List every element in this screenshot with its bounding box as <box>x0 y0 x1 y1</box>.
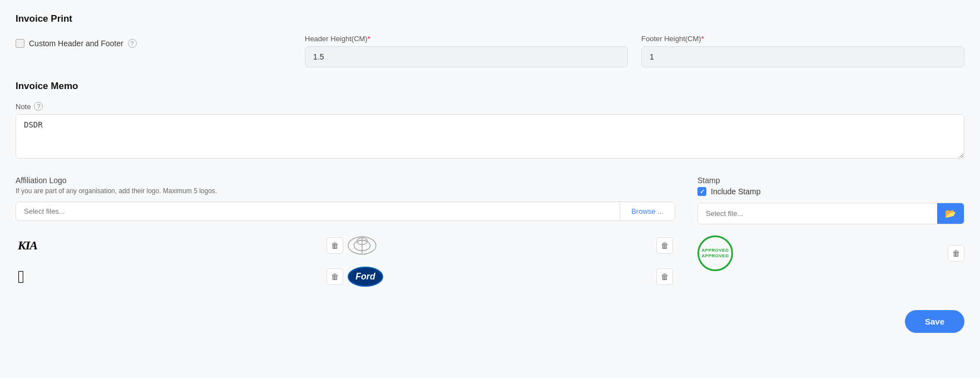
note-textarea[interactable]: DSDR <box>16 114 964 159</box>
stamp-file-input-row: 📂 <box>697 203 964 224</box>
affiliation-subtitle: If you are part of any organisation, add… <box>16 187 675 195</box>
select-file-input[interactable] <box>698 204 937 223</box>
apple-logo-icon:  <box>18 267 24 287</box>
stamp-browse-button[interactable]: 📂 <box>937 203 964 224</box>
select-files-input[interactable] <box>16 202 620 220</box>
top-section: Custom Header and Footer ? Header Height… <box>16 35 964 67</box>
toyota-delete-button[interactable]: 🗑 <box>656 237 673 254</box>
ford-delete-button[interactable]: 🗑 <box>656 268 673 285</box>
header-height-input[interactable] <box>305 46 628 67</box>
custom-header-checkbox[interactable] <box>16 39 24 48</box>
list-item: Ford 🗑 <box>345 261 675 292</box>
browse-button[interactable]: Browse ... <box>620 202 675 220</box>
stamp-title: Stamp <box>697 176 964 185</box>
affiliation-file-input-row: Browse ... <box>16 202 675 221</box>
list-item: 🗑 <box>345 230 675 261</box>
affiliation-title: Affiliation Logo <box>16 176 675 185</box>
height-fields-row: Header Height(CM)* Footer Height(CM)* <box>305 35 964 67</box>
apple-delete-button[interactable]: 🗑 <box>326 268 343 285</box>
header-height-group: Header Height(CM)* <box>305 35 628 67</box>
ford-logo-display: Ford <box>348 266 383 288</box>
save-button[interactable]: Save <box>905 310 964 333</box>
affiliation-area: Affiliation Logo If you are part of any … <box>16 176 675 292</box>
footer-height-group: Footer Height(CM)* <box>641 35 964 67</box>
toyota-logo-display <box>348 234 377 257</box>
save-btn-wrapper: Save <box>16 310 964 333</box>
invoice-memo-title: Invoice Memo <box>16 81 964 92</box>
kia-logo-icon: KIA <box>18 238 37 253</box>
header-height-label: Header Height(CM)* <box>305 35 628 43</box>
kia-logo-display: KIA <box>18 234 37 257</box>
note-label-row: Note ? <box>16 102 964 111</box>
stamp-include-row: Include Stamp <box>697 187 964 196</box>
bottom-section: Affiliation Logo If you are part of any … <box>16 176 964 292</box>
page-title: Invoice Print <box>16 13 964 24</box>
header-required-star: * <box>368 35 370 43</box>
footer-height-label: Footer Height(CM)* <box>641 35 964 43</box>
custom-header-help-icon[interactable]: ? <box>128 39 137 48</box>
include-stamp-checkbox[interactable] <box>697 187 706 196</box>
page-container: Invoice Print Custom Header and Footer ?… <box>16 13 964 333</box>
custom-header-label: Custom Header and Footer <box>29 39 123 48</box>
approved-stamp-icon: APPROVEDAPPROVED <box>697 235 733 271</box>
ford-logo-icon: Ford <box>348 267 383 287</box>
stamp-preview-row: APPROVEDAPPROVED 🗑 <box>697 233 964 273</box>
footer-required-star: * <box>701 35 704 43</box>
note-help-icon[interactable]: ? <box>34 102 43 111</box>
include-stamp-label: Include Stamp <box>711 187 761 196</box>
stamp-area: Stamp Include Stamp 📂 APPROVEDAPPROVED 🗑 <box>697 176 964 292</box>
logos-grid: KIA 🗑 🗑 <box>16 230 675 292</box>
apple-logo-display:  <box>18 266 24 288</box>
list-item:  🗑 <box>16 261 345 292</box>
stamp-delete-button[interactable]: 🗑 <box>948 245 964 262</box>
invoice-memo-section: Invoice Memo Note ? DSDR <box>16 81 964 160</box>
toyota-logo-icon <box>348 234 377 257</box>
footer-height-input[interactable] <box>641 46 964 67</box>
custom-header-area: Custom Header and Footer ? <box>16 35 305 48</box>
list-item: KIA 🗑 <box>16 230 345 261</box>
kia-delete-button[interactable]: 🗑 <box>326 237 343 254</box>
